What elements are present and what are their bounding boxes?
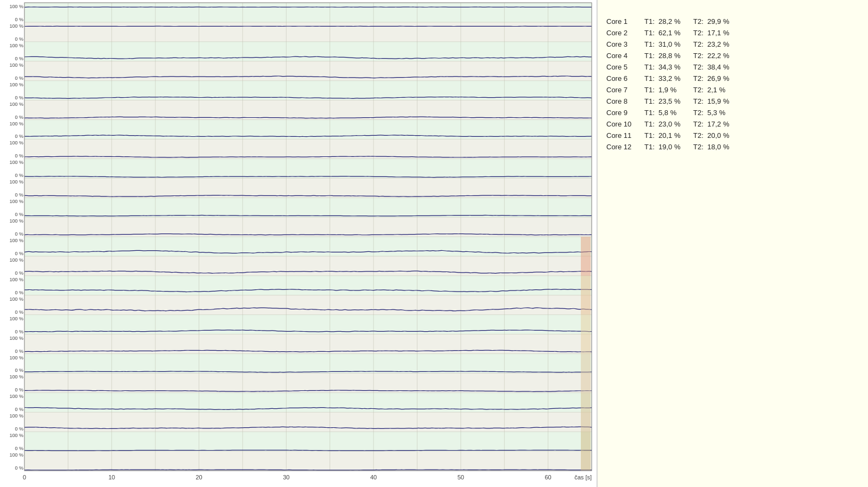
core-label-1: Core 1 [606, 17, 644, 26]
core-label-5: Core 5 [606, 63, 644, 71]
core-label-12: Core 12 [606, 143, 644, 151]
core-row-2: Core 2T1: 62,1 %T2: 17,1 % [606, 29, 859, 37]
core-row-12: Core 12T1: 19,0 %T2: 18,0 % [606, 143, 859, 151]
core-t2-5: T2: 38,4 % [693, 63, 729, 71]
core-t1-7: T1: 1,9 % [644, 86, 693, 94]
core-label-4: Core 4 [606, 52, 644, 60]
core-t1-10: T1: 23,0 % [644, 120, 693, 128]
core-t1-3: T1: 31,0 % [644, 40, 693, 48]
core-row-9: Core 9T1: 5,8 %T2: 5,3 % [606, 109, 859, 117]
core-t2-3: T2: 23,2 % [693, 40, 729, 48]
chart-area [0, 0, 597, 487]
core-row-8: Core 8T1: 23,5 %T2: 15,9 % [606, 97, 859, 105]
core-t1-12: T1: 19,0 % [644, 143, 693, 151]
core-t2-12: T2: 18,0 % [693, 143, 729, 151]
core-t2-4: T2: 22,2 % [693, 52, 729, 60]
core-label-11: Core 11 [606, 131, 644, 140]
core-row-1: Core 1T1: 28,2 %T2: 29,9 % [606, 17, 859, 26]
core-row-10: Core 10T1: 23,0 %T2: 17,2 % [606, 120, 859, 128]
core-row-4: Core 4T1: 28,8 %T2: 22,2 % [606, 52, 859, 60]
core-label-8: Core 8 [606, 97, 644, 105]
core-row-6: Core 6T1: 33,2 %T2: 26,9 % [606, 74, 859, 83]
core-row-3: Core 3T1: 31,0 %T2: 23,2 % [606, 40, 859, 48]
core-row-5: Core 5T1: 34,3 %T2: 38,4 % [606, 63, 859, 71]
core-label-7: Core 7 [606, 86, 644, 94]
core-row-7: Core 7T1: 1,9 %T2: 2,1 % [606, 86, 859, 94]
core-label-3: Core 3 [606, 40, 644, 48]
core-t1-6: T1: 33,2 % [644, 74, 693, 83]
core-t2-1: T2: 29,9 % [693, 17, 729, 26]
core-label-9: Core 9 [606, 109, 644, 117]
core-t2-7: T2: 2,1 % [693, 86, 725, 94]
chart-canvas [0, 0, 597, 487]
core-t2-2: T2: 17,1 % [693, 29, 729, 37]
sidebar: Core 1T1: 28,2 %T2: 29,9 %Core 2T1: 62,1… [597, 0, 868, 487]
core-list: Core 1T1: 28,2 %T2: 29,9 %Core 2T1: 62,1… [606, 17, 859, 151]
core-t1-11: T1: 20,1 % [644, 131, 693, 140]
core-t2-11: T2: 20,0 % [693, 131, 729, 140]
core-t1-5: T1: 34,3 % [644, 63, 693, 71]
core-t1-4: T1: 28,8 % [644, 52, 693, 60]
core-t2-8: T2: 15,9 % [693, 97, 729, 105]
core-label-2: Core 2 [606, 29, 644, 37]
core-t2-9: T2: 5,3 % [693, 109, 725, 117]
core-t1-1: T1: 28,2 % [644, 17, 693, 26]
core-label-10: Core 10 [606, 120, 644, 128]
core-t2-6: T2: 26,9 % [693, 74, 729, 83]
core-row-11: Core 11T1: 20,1 %T2: 20,0 % [606, 131, 859, 140]
core-t2-10: T2: 17,2 % [693, 120, 729, 128]
core-label-6: Core 6 [606, 74, 644, 83]
core-t1-8: T1: 23,5 % [644, 97, 693, 105]
core-t1-9: T1: 5,8 % [644, 109, 693, 117]
core-t1-2: T1: 62,1 % [644, 29, 693, 37]
